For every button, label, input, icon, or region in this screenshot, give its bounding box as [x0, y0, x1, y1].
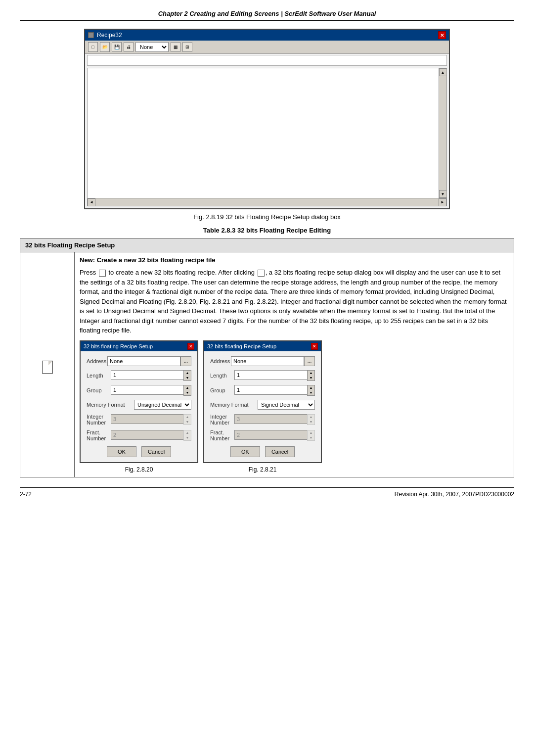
address-input[interactable]	[87, 55, 447, 66]
dialog1-group-spinner-btns: ▲ ▼	[183, 385, 191, 396]
page-number: 2-72	[20, 491, 32, 498]
toolbar-dropdown[interactable]: None	[135, 42, 169, 52]
scroll-left-button[interactable]: ◄	[88, 198, 95, 206]
dialog1-fractnum-spinner: ▲ ▼	[111, 430, 191, 441]
recipe32-window: Recipe32 ✕ □ 📂 💾 🖨 None ▦ ⊞ ▲ ▼ ◄ ►	[84, 29, 450, 209]
dialog2-fractnum-row: Fract. Number ▲ ▼	[210, 429, 315, 441]
dialog2-address-label: Address	[210, 358, 231, 364]
dialog1-intnum-label: Integer Number	[87, 414, 111, 425]
dialog1-length-spinner-btns: ▲ ▼	[183, 370, 191, 381]
new-title: New: Create a new 32 bits floating recip…	[80, 256, 509, 264]
dialog2-fig-label: Fig. 2.8.21	[203, 466, 322, 473]
dialog2-intnum-input[interactable]	[234, 414, 307, 424]
body-text: Press to create a new 32 bits floating r…	[80, 268, 509, 335]
dialog2-length-input[interactable]	[234, 370, 307, 380]
scrollbar-right[interactable]: ▲ ▼	[439, 68, 446, 198]
table-caption: Table 2.8.3 32 bits Floating Recipe Edit…	[20, 227, 514, 234]
scroll-right-button[interactable]: ►	[439, 198, 446, 206]
scrollbar-bottom[interactable]: ◄ ►	[88, 198, 446, 206]
dialogs-container: 32 bits floating Recipe Setup ✕ Address …	[80, 340, 509, 473]
dialog2-fractnum-input[interactable]	[234, 430, 307, 440]
dialog2-fractnum-spinner-btns: ▲ ▼	[307, 430, 315, 441]
toolbar-new-button[interactable]: □	[88, 42, 98, 52]
dialog2-memformat-row: Memory Format Unsigned Decimal Signed De…	[210, 400, 315, 410]
dialog2-address-browse-button[interactable]: ...	[304, 356, 315, 366]
dialog1-fractnum-input[interactable]	[111, 430, 183, 440]
dialog1-length-row: Length ▲ ▼	[87, 370, 191, 381]
dialog2-length-down-button[interactable]: ▼	[308, 376, 314, 380]
dialog2: 32 bits floating Recipe Setup ✕ Address …	[203, 340, 322, 473]
dialog2-body: Address ... Length	[204, 351, 321, 462]
dialog1-group-input[interactable]	[111, 385, 183, 395]
dialog2-memformat-select[interactable]: Unsigned Decimal Signed Decimal Floating	[258, 400, 315, 410]
dialog1-fractnum-up-button[interactable]: ▲	[184, 430, 191, 435]
dialog1-intnum-input[interactable]	[111, 414, 183, 424]
dialog2-intnum-down-button[interactable]: ▼	[308, 420, 314, 425]
dialog1-intnum-down-button[interactable]: ▼	[184, 420, 191, 425]
toolbar-print-button[interactable]: 🖨	[124, 42, 134, 52]
dialog1-fractnum-label: Fract. Number	[87, 429, 111, 441]
toolbar-open-button[interactable]: 📂	[100, 42, 110, 52]
toolbar-view1-button[interactable]: ▦	[171, 42, 180, 52]
scroll-up-button[interactable]: ▲	[439, 68, 447, 76]
toolbar-view2-button[interactable]: ⊞	[182, 42, 192, 52]
dialog1-fractnum-down-button[interactable]: ▼	[184, 435, 191, 440]
revision-text: Revision Apr. 30th, 2007, 2007PDD2300000…	[395, 491, 514, 498]
dialog2-group-input[interactable]	[234, 385, 307, 395]
new-btn-inline-icon2	[258, 270, 265, 277]
window-close-button[interactable]: ✕	[438, 31, 446, 39]
dialog1-close-button[interactable]: ✕	[187, 343, 194, 350]
dialog2-length-label: Length	[210, 373, 234, 378]
dialog1-intnum-up-button[interactable]: ▲	[184, 415, 191, 420]
dialog1-length-up-button[interactable]: ▲	[184, 371, 191, 376]
dialog2-group-up-button[interactable]: ▲	[308, 385, 314, 390]
address-bar	[87, 55, 447, 66]
scroll-down-button[interactable]: ▼	[439, 190, 447, 198]
title-left: Recipe32	[88, 32, 122, 39]
dialog2-fractnum-label: Fract. Number	[210, 429, 234, 441]
dialog1-group-row: Group ▲ ▼	[87, 385, 191, 396]
window-title: Recipe32	[97, 32, 122, 39]
dialog1-address-browse-button[interactable]: ...	[180, 356, 191, 366]
dialog2-length-up-button[interactable]: ▲	[308, 371, 314, 376]
dialog2-titlebar: 32 bits floating Recipe Setup ✕	[204, 341, 321, 351]
dialog1-titlebar: 32 bits floating Recipe Setup ✕	[81, 341, 197, 351]
dialog1-memformat-label: Memory Format	[87, 402, 134, 408]
dialog2-group-down-button[interactable]: ▼	[308, 390, 314, 395]
dialog1-group-up-button[interactable]: ▲	[184, 385, 191, 390]
dialog2-address-input[interactable]	[231, 356, 304, 366]
dialog2-address-input-group: ...	[231, 356, 315, 366]
dialog1-ok-button[interactable]: OK	[107, 446, 136, 457]
page-header: Chapter 2 Creating and Editing Screens |…	[20, 10, 514, 21]
dialog1-length-spinner: ▲ ▼	[111, 370, 191, 381]
dialog1-address-input[interactable]	[107, 356, 180, 366]
dialog2-intnum-row: Integer Number ▲ ▼	[210, 414, 315, 425]
dialog1: 32 bits floating Recipe Setup ✕ Address …	[80, 340, 198, 473]
dialog2-length-spinner-btns: ▲ ▼	[307, 370, 315, 381]
header-text: Chapter 2 Creating and Editing Screens |…	[158, 10, 376, 17]
reference-table: 32 bits Floating Recipe Setup New: Creat…	[20, 238, 514, 477]
dialog2-cancel-button[interactable]: Cancel	[265, 446, 295, 457]
dialog1-memformat-select[interactable]: Unsigned Decimal Signed Decimal Floating	[134, 400, 191, 410]
toolbar-save-button[interactable]: 💾	[112, 42, 122, 52]
dialog2-fractnum-down-button[interactable]: ▼	[308, 435, 314, 440]
dialog2-fractnum-spinner: ▲ ▼	[234, 430, 315, 441]
dialog1-length-down-button[interactable]: ▼	[184, 376, 191, 380]
dialog2-intnum-spinner-btns: ▲ ▼	[307, 414, 315, 425]
dialog2-ok-button[interactable]: OK	[230, 446, 260, 457]
dialog2-memformat-label: Memory Format	[210, 402, 258, 408]
dialog1-group-label: Group	[87, 387, 111, 393]
dialog1-cancel-button[interactable]: Cancel	[141, 446, 171, 457]
dialog2-close-button[interactable]: ✕	[311, 343, 318, 350]
new-document-icon	[42, 361, 53, 374]
dialog2-intnum-up-button[interactable]: ▲	[308, 415, 314, 420]
window-icon	[88, 32, 94, 38]
dialog1-group-down-button[interactable]: ▼	[184, 390, 191, 395]
dialog2-group-label: Group	[210, 387, 234, 393]
dialog2-length-spinner: ▲ ▼	[234, 370, 315, 381]
dialog1-length-input[interactable]	[111, 370, 183, 380]
dialog2-group-spinner-btns: ▲ ▼	[307, 385, 315, 396]
table-header: 32 bits Floating Recipe Setup	[20, 238, 514, 252]
dialog2-fractnum-up-button[interactable]: ▲	[308, 430, 314, 435]
dialog1-body: Address ... Length	[81, 351, 197, 462]
